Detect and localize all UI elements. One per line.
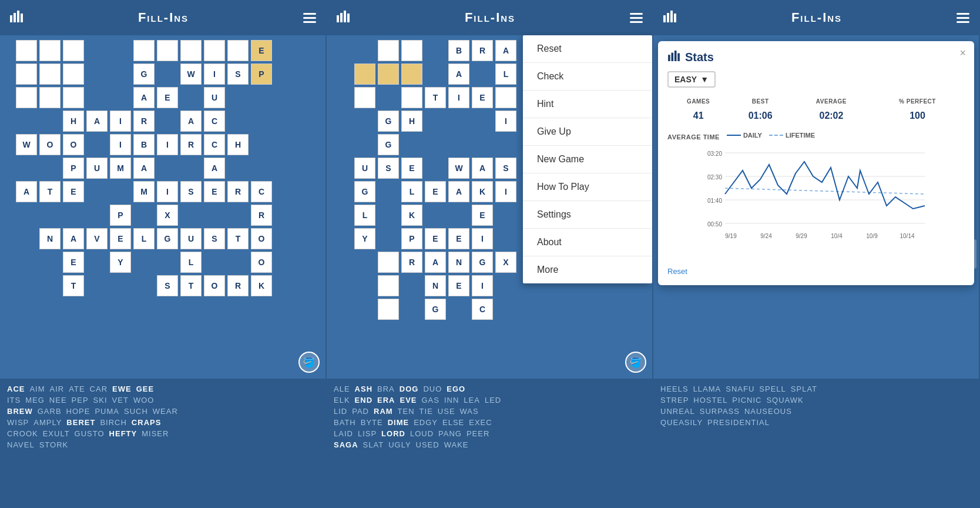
word-item[interactable]: USE — [438, 407, 455, 416]
word-item[interactable]: WAKE — [444, 440, 469, 449]
word-item[interactable]: SPELL — [759, 385, 786, 393]
cell[interactable]: T — [425, 87, 446, 108]
word-item[interactable]: PAD — [352, 407, 369, 416]
word-item[interactable]: LID — [334, 407, 347, 416]
word-item[interactable]: SPLAT — [791, 385, 817, 393]
word-item[interactable]: BRA — [377, 385, 395, 393]
cell[interactable]: R — [133, 111, 155, 132]
word-item[interactable]: WOO — [133, 396, 155, 405]
word-item[interactable]: LISP — [358, 429, 377, 438]
cell[interactable]: I — [472, 228, 493, 249]
cell[interactable]: L — [495, 63, 516, 85]
word-item[interactable]: NAUSEOUS — [744, 407, 792, 416]
word-item[interactable]: SUCH — [124, 407, 148, 416]
cell[interactable]: R — [227, 275, 249, 296]
word-item[interactable]: LED — [485, 396, 501, 405]
cell[interactable]: B — [133, 134, 155, 155]
cell[interactable]: O — [251, 228, 272, 249]
word-item[interactable]: STREP — [660, 396, 689, 405]
cell[interactable]: E — [157, 87, 178, 108]
word-item[interactable]: NAVEL — [7, 440, 35, 449]
cell[interactable]: E — [401, 158, 422, 179]
cell[interactable] — [16, 63, 37, 85]
word-item[interactable]: UNREAL — [660, 407, 695, 416]
cell[interactable]: P — [110, 205, 131, 226]
word-item[interactable]: BYTE — [361, 418, 383, 427]
stats-icon-3[interactable] — [663, 11, 677, 25]
word-item[interactable]: MISER — [142, 429, 169, 438]
cell[interactable]: E — [204, 181, 225, 202]
cell[interactable]: T — [63, 275, 84, 296]
cell[interactable]: U — [180, 228, 202, 249]
word-item[interactable]: AIM — [29, 385, 45, 393]
cell[interactable]: C — [251, 181, 272, 202]
cell[interactable]: O — [204, 275, 225, 296]
cell[interactable]: T — [39, 181, 61, 202]
cell[interactable]: N — [448, 252, 469, 273]
word-item[interactable]: RAM — [374, 407, 393, 416]
cell[interactable]: E — [63, 181, 84, 202]
word-item[interactable]: HOSTEL — [693, 396, 727, 405]
word-item[interactable]: LORD — [381, 429, 405, 438]
cell[interactable]: K — [251, 275, 272, 296]
cell[interactable]: E — [251, 40, 272, 61]
cell[interactable]: L — [401, 181, 422, 202]
word-item[interactable]: SKI — [93, 396, 108, 405]
cell[interactable]: A — [133, 87, 155, 108]
word-item[interactable]: EDGY — [414, 418, 438, 427]
word-item[interactable]: GEE — [136, 385, 154, 393]
menu-item-reset[interactable]: Reset — [523, 35, 652, 63]
word-item[interactable]: NEE — [49, 396, 67, 405]
cell[interactable] — [180, 40, 202, 61]
cell[interactable]: E — [448, 275, 469, 296]
cell[interactable] — [63, 63, 84, 85]
cell[interactable]: E — [448, 228, 469, 249]
cell[interactable]: G — [425, 299, 446, 320]
word-item[interactable]: ATE — [69, 385, 85, 393]
difficulty-selector[interactable]: EASY ▼ — [667, 71, 716, 88]
word-item[interactable]: BIRCH — [100, 418, 126, 427]
word-item[interactable]: PUMA — [95, 407, 119, 416]
word-item[interactable]: EGO — [447, 385, 465, 393]
cell[interactable]: G — [354, 181, 375, 202]
cell[interactable]: I — [472, 275, 493, 296]
cell[interactable]: O — [251, 252, 272, 273]
word-item[interactable]: WAS — [460, 407, 479, 416]
word-item[interactable]: GUSTO — [75, 429, 105, 438]
cell[interactable]: R — [227, 181, 249, 202]
cell[interactable]: I — [495, 181, 516, 202]
cell[interactable]: K — [472, 181, 493, 202]
cell[interactable] — [378, 63, 399, 85]
cell[interactable]: O — [63, 134, 84, 155]
cell[interactable]: R — [401, 252, 422, 273]
cell[interactable] — [378, 252, 399, 273]
cell[interactable]: I — [110, 111, 131, 132]
word-item[interactable]: SAGA — [334, 440, 358, 449]
stats-reset-button[interactable]: Reset — [667, 267, 965, 276]
cell[interactable]: A — [16, 181, 37, 202]
word-item[interactable]: PICNIC — [732, 396, 761, 405]
menu-item-new-game[interactable]: New Game — [523, 146, 652, 173]
word-item[interactable]: SURPASS — [700, 407, 740, 416]
cell[interactable] — [63, 40, 84, 61]
cell[interactable]: I — [157, 134, 178, 155]
word-item[interactable]: EXEC — [469, 418, 492, 427]
cell[interactable]: A — [86, 111, 108, 132]
word-item[interactable]: WEAR — [153, 407, 178, 416]
cell[interactable]: S — [495, 158, 516, 179]
cell[interactable] — [378, 40, 399, 61]
cell[interactable]: S — [180, 181, 202, 202]
word-item[interactable]: DUO — [423, 385, 442, 393]
word-item[interactable]: LEA — [464, 396, 480, 405]
cell[interactable] — [495, 87, 516, 108]
cell[interactable]: A — [448, 181, 469, 202]
cell[interactable]: P — [63, 158, 84, 179]
word-item[interactable]: MEG — [25, 396, 45, 405]
cell[interactable]: R — [180, 134, 202, 155]
cell[interactable]: I — [157, 181, 178, 202]
word-item[interactable]: HEELS — [660, 385, 689, 393]
stats-icon-1[interactable] — [9, 11, 24, 25]
cell[interactable]: E — [425, 181, 446, 202]
word-item[interactable]: EVE — [400, 396, 417, 405]
word-item[interactable]: TIE — [419, 407, 433, 416]
